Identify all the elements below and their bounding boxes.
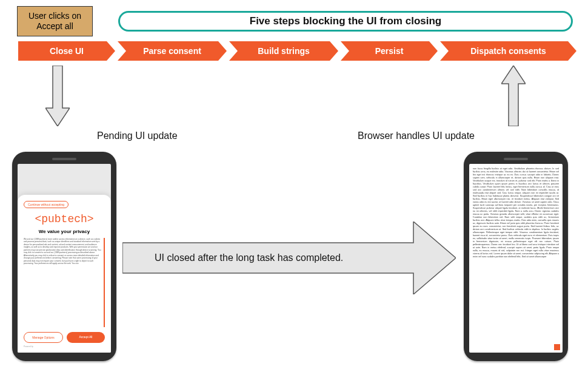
phone-before: Continue without accepting pubtech We va… [12,152,116,361]
svg-marker-0 [45,66,70,126]
privacy-body: We and our (1389 partners) store and/or … [24,238,105,327]
privacy-title: We value your privacy [24,229,105,234]
accept-all-button[interactable]: Accept All [67,332,105,343]
steps-chevron-chain: Close UI Parse consent Build strings Per… [18,41,576,61]
consent-button-row: Manage Options Accept All [24,332,105,343]
browser-handles-label: Browser handles UI update [358,130,475,141]
powered-by: Powered by [24,345,105,348]
brand-logo: pubtech [24,213,105,225]
consent-modal: Continue without accepting pubtech We va… [18,195,111,353]
phone-before-screen: Continue without accepting pubtech We va… [18,164,111,353]
step-dispatch-consents: Dispatch consents [440,41,576,61]
step-persist: Persist [341,41,438,61]
steps-title-text: Five steps blocking the UI from closing [250,15,441,27]
step-build-strings: Build strings [229,41,338,61]
closed-label: UI closed after the long task has comple… [155,252,343,263]
user-action-box: User clicks on Accept all [17,6,93,36]
article-text: non lacus fringilla facilisis at eget od… [473,168,559,258]
pending-label: Pending UI update [97,130,178,141]
step-close-ui: Close UI [18,41,115,61]
continue-without-accepting[interactable]: Continue without accepting [24,201,68,208]
scroll-indicator-icon [554,344,560,350]
steps-blocking-title: Five steps blocking the UI from closing [118,11,573,32]
manage-options-button[interactable]: Manage Options [24,332,63,343]
arrow-down-left [45,66,70,126]
user-action-text: User clicks on Accept all [20,11,90,32]
phone-after: non lacus fringilla facilisis at eget od… [464,152,568,361]
step-parse-consent: Parse consent [118,41,227,61]
phone-speaker [504,158,528,160]
svg-marker-1 [501,66,526,126]
phone-speaker [52,158,76,160]
arrow-up-right [501,66,526,129]
phone-after-screen: non lacus fringilla facilisis at eget od… [469,164,563,353]
